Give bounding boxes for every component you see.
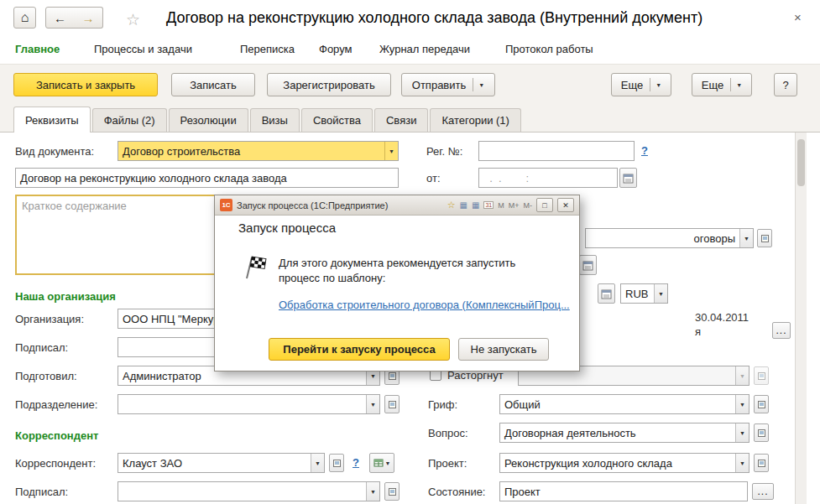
tab-bar: Реквизиты Файлы (2) Резолюции Визы Свойс…: [0, 104, 820, 132]
favorite-star-icon[interactable]: ☆: [126, 10, 140, 29]
tab-links[interactable]: Связи: [374, 108, 428, 132]
dialog-message: Для этого документа рекомендуется запуст…: [279, 256, 557, 286]
app-window: ⌂ ← → ☆ Договор на реконструкцию холодно…: [0, 0, 820, 504]
reg-date-label: от:: [426, 172, 441, 184]
reg-help-link[interactable]: ?: [641, 144, 648, 157]
date-calendar-button-2[interactable]: [598, 283, 615, 304]
chevron-down-icon[interactable]: ▼: [478, 82, 484, 88]
doc-kind-combo[interactable]: Договор строительства ▼: [118, 141, 399, 161]
chevron-down-icon[interactable]: ▼: [735, 395, 749, 413]
save-button[interactable]: Записать: [171, 73, 255, 96]
chevron-down-icon[interactable]: ▼: [736, 82, 742, 88]
more-button-1[interactable]: Еще ▼: [611, 73, 671, 96]
currency-value: RUB: [621, 288, 654, 300]
signed-by-2-open-button[interactable]: [384, 482, 400, 501]
window-icon[interactable]: ▦: [472, 200, 479, 210]
menu-item-forum[interactable]: Форум: [319, 43, 353, 55]
correspondent-list-button[interactable]: ▼: [369, 453, 394, 473]
save-and-close-button[interactable]: Записать и закрыть: [13, 73, 158, 96]
grif-open-button[interactable]: [754, 395, 769, 413]
chevron-down-icon[interactable]: ▼: [739, 229, 753, 247]
validity-date-text: 30.04.2011: [695, 311, 749, 324]
menu-item-work-protocol[interactable]: Протокол работы: [505, 43, 593, 55]
calendar-icon: [601, 288, 612, 299]
register-button[interactable]: Зарегистрировать: [267, 73, 391, 96]
date-calendar-button-1[interactable]: [579, 255, 597, 275]
close-icon: ✕: [562, 201, 569, 210]
tab-details[interactable]: Реквизиты: [13, 107, 91, 132]
chevron-down-icon[interactable]: ▼: [655, 82, 661, 88]
tab-visas[interactable]: Визы: [250, 108, 300, 132]
organization-label: Организация:: [15, 313, 84, 325]
window-icon[interactable]: ▦: [460, 200, 467, 210]
project-open-button[interactable]: [754, 454, 769, 472]
reg-date-calendar-button[interactable]: [619, 168, 637, 188]
grif-combo[interactable]: Общий ▼: [499, 394, 749, 414]
ellipsis-icon: ...: [757, 486, 768, 497]
correspondent-label: Корреспондент:: [15, 457, 96, 470]
restore-window-button[interactable]: □: [536, 198, 553, 212]
correspondent-open-button[interactable]: [329, 454, 344, 472]
currency-combo[interactable]: RUB ▼: [620, 283, 668, 304]
state-field[interactable]: Проект: [499, 481, 748, 501]
reg-date-input[interactable]: . . :: [478, 168, 618, 188]
state-more-button[interactable]: ...: [752, 483, 774, 500]
tab-properties[interactable]: Свойства: [301, 108, 373, 132]
state-value: Проект: [500, 486, 747, 498]
chevron-down-icon[interactable]: ▼: [384, 142, 398, 160]
vertical-scrollbar[interactable]: [795, 132, 807, 504]
department-combo[interactable]: ▼: [118, 394, 380, 414]
question-open-button[interactable]: [754, 423, 769, 442]
tab-resolutions[interactable]: Резолюции: [169, 108, 248, 132]
process-template-link[interactable]: Обработка строительного договора (Компле…: [279, 299, 570, 311]
project-combo[interactable]: Реконструкция холодного склада ▼: [499, 453, 749, 473]
form-icon: [757, 400, 766, 409]
memory-button-m-plus[interactable]: M+: [509, 201, 520, 210]
department-open-button[interactable]: [384, 395, 400, 413]
question-combo[interactable]: Договорная деятельность ▼: [499, 423, 749, 443]
menu-item-transfer-log[interactable]: Журнал передачи: [379, 43, 470, 55]
more-button-2[interactable]: Еще ▼: [692, 73, 752, 96]
send-label: Отправить: [412, 79, 466, 91]
dont-launch-button[interactable]: Не запускать: [458, 338, 549, 361]
home-button[interactable]: ⌂: [13, 7, 36, 29]
dialog-close-button[interactable]: ✕: [557, 198, 574, 212]
send-button[interactable]: Отправить ▼: [401, 73, 495, 96]
memory-button-m-minus[interactable]: M-: [524, 201, 533, 210]
help-button[interactable]: ?: [774, 73, 797, 96]
folder-open-button[interactable]: [757, 229, 772, 247]
forward-button[interactable]: →: [74, 7, 103, 29]
prepared-by-label: Подготовил:: [15, 370, 77, 382]
back-button[interactable]: ←: [45, 7, 75, 29]
menu-item-main[interactable]: Главное: [15, 43, 60, 55]
tab-close-button[interactable]: ×: [794, 10, 802, 24]
menu-item-correspondence[interactable]: Переписка: [240, 43, 295, 55]
validity-more-button[interactable]: ...: [772, 322, 791, 339]
reg-number-input[interactable]: [478, 141, 635, 161]
tab-categories[interactable]: Категории (1): [430, 108, 521, 132]
memory-button-m[interactable]: M: [498, 201, 504, 210]
calendar-icon[interactable]: 31: [483, 201, 494, 209]
dialog-titlebar[interactable]: 1С Запуск процесса (1С:Предприятие) ☆ ▦ …: [215, 195, 579, 216]
correspondent-combo[interactable]: Клауст ЗАО ▼: [118, 453, 325, 473]
tab-files[interactable]: Файлы (2): [92, 108, 167, 132]
launch-process-button[interactable]: Перейти к запуску процесса: [269, 338, 450, 361]
chevron-down-icon[interactable]: ▼: [366, 395, 379, 413]
doc-title-input[interactable]: Договор на реконструкцию холодного склад…: [15, 168, 399, 188]
chevron-down-icon[interactable]: ▼: [366, 482, 379, 501]
chevron-down-icon[interactable]: ▼: [654, 284, 667, 303]
folder-value: оговоры: [586, 232, 739, 245]
back-arrow-icon: ←: [54, 11, 66, 25]
menu-item-processes[interactable]: Процессы и задачи: [94, 43, 192, 55]
chevron-down-icon[interactable]: ▼: [311, 454, 324, 472]
correspondent-help-link[interactable]: ?: [353, 456, 359, 469]
validity-text-fragment: я: [695, 325, 701, 338]
chevron-down-icon[interactable]: ▼: [735, 423, 749, 442]
scrollbar-thumb[interactable]: [797, 139, 805, 186]
favorite-star-icon[interactable]: ☆: [447, 200, 456, 210]
folder-combo[interactable]: оговоры ▼: [585, 228, 754, 248]
form-icon: [760, 234, 770, 243]
signed-by-2-combo[interactable]: ▼: [118, 481, 380, 501]
chevron-down-icon[interactable]: ▼: [735, 454, 749, 472]
divider: [650, 78, 650, 91]
